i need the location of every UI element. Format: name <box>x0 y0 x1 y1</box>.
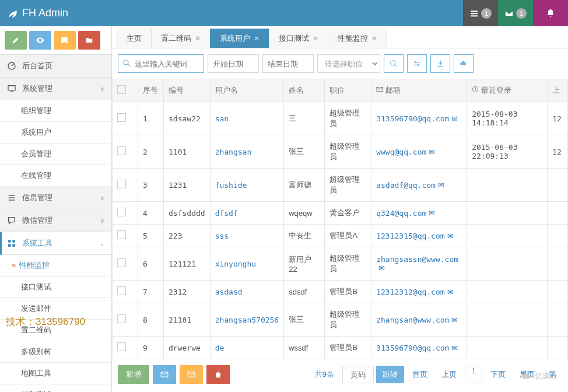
nav-item-list[interactable]: 信息管理 ∨ <box>0 187 111 209</box>
close-icon[interactable]: ✕ <box>371 34 377 43</box>
cell-login: 2015-08-03 14:18:14 <box>467 102 548 135</box>
sms-action-button[interactable] <box>180 365 203 384</box>
row-checkbox[interactable] <box>117 314 126 323</box>
pencil-icon <box>12 36 20 44</box>
next-page-button[interactable]: 下页 <box>485 366 511 383</box>
tasks-button[interactable]: 1 <box>463 0 498 26</box>
email-link[interactable]: zhangsan@www.com <box>376 316 449 324</box>
nav-item-dashboard[interactable]: 后台首页 <box>0 55 111 78</box>
col-idx: 序号 <box>138 79 164 102</box>
cell-last <box>548 303 568 337</box>
table-header: 序号 编号 用户名 姓名 职位 邮箱 最近登录 上 <box>113 79 568 102</box>
book-button[interactable] <box>54 31 76 50</box>
cloud-button[interactable] <box>454 54 474 73</box>
tab-label: 接口测试 <box>279 33 309 44</box>
email-link[interactable]: wwwq@qq.com <box>376 148 426 156</box>
nav-sub-item[interactable]: 打印测试 <box>0 384 111 392</box>
username-link[interactable]: de <box>215 344 225 352</box>
row-checkbox[interactable] <box>117 208 126 216</box>
page-input[interactable] <box>342 366 374 383</box>
mail-icon[interactable]: ✉ <box>429 148 435 156</box>
nav-sub-item[interactable]: 会员管理 <box>0 144 111 165</box>
nav-sub-item[interactable]: 接口测试 <box>0 276 111 298</box>
nav-sub-item[interactable]: 地图工具 <box>0 363 111 384</box>
nav-item-chat[interactable]: 微信管理 ∨ <box>0 209 111 232</box>
mail-icon[interactable]: ✉ <box>378 264 385 272</box>
nav-item-grid[interactable]: 系统工具 ⌄ <box>0 232 111 255</box>
tab-接口测试[interactable]: 接口测试✕ <box>269 29 328 48</box>
close-icon[interactable]: ✕ <box>313 34 318 43</box>
nav-sub-item[interactable]: 组织管理 <box>0 100 111 122</box>
role-select[interactable]: 请选择职位 <box>317 54 380 73</box>
col-role: 职位 <box>325 79 371 102</box>
brand: FH Admin <box>0 7 75 19</box>
nav-sub-item[interactable]: 在线管理 <box>0 165 111 187</box>
nav-sub-item[interactable]: 性能监控 <box>0 255 111 276</box>
cell-last <box>548 169 568 202</box>
search-button[interactable] <box>384 54 404 73</box>
cell-name: 三 <box>284 102 325 135</box>
view-button[interactable] <box>29 31 51 50</box>
close-icon[interactable]: ✕ <box>254 34 260 43</box>
mail-button[interactable]: 1 <box>498 0 533 26</box>
delete-button[interactable] <box>206 365 230 384</box>
cell-login: 2015-06-03 22:09:13 <box>467 135 548 169</box>
tab-label: 主页 <box>127 33 142 44</box>
mail-icon[interactable]: ✉ <box>447 288 454 296</box>
mail-icon[interactable]: ✉ <box>451 114 458 123</box>
username-link[interactable]: zhangsan <box>215 148 252 156</box>
bell-button[interactable] <box>533 0 568 26</box>
email-link[interactable]: 12312315@qq.com <box>376 232 444 240</box>
download-button[interactable] <box>430 54 450 73</box>
nav-item-monitor[interactable]: 系统管理 ∨ <box>0 78 111 100</box>
row-checkbox[interactable] <box>117 258 126 267</box>
username-link[interactable]: xinyonghu <box>215 260 256 268</box>
mail-action-button[interactable] <box>153 365 176 384</box>
prev-page-button[interactable]: 上页 <box>436 366 462 383</box>
email-link[interactable]: 12312312@qq.com <box>376 288 444 296</box>
row-checkbox[interactable] <box>117 180 126 188</box>
mail-icon[interactable]: ✉ <box>451 344 458 352</box>
cell-last <box>548 337 568 359</box>
email-link[interactable]: 313596790@qq.com <box>376 114 449 123</box>
username-link[interactable]: sss <box>215 232 229 240</box>
filter-button[interactable] <box>407 54 427 73</box>
row-checkbox[interactable] <box>117 342 126 351</box>
mail-icon[interactable]: ✉ <box>429 209 435 218</box>
nav-sub-item[interactable]: 系统用户 <box>0 122 111 144</box>
edit-button[interactable] <box>5 31 27 50</box>
end-date-input[interactable] <box>262 54 314 73</box>
username-link[interactable]: zhangsan570256 <box>215 316 279 324</box>
tab-主页[interactable]: 主页 <box>117 29 152 48</box>
email-link[interactable]: 313596790@qq.com <box>376 344 449 352</box>
search-input[interactable] <box>118 54 204 73</box>
username-link[interactable]: dfsdf <box>215 209 238 218</box>
email-link[interactable]: asdadf@qq.com <box>376 181 436 190</box>
email-link[interactable]: zhangsassn@www.com <box>376 255 458 264</box>
row-checkbox[interactable] <box>117 230 126 239</box>
start-date-input[interactable] <box>208 54 259 73</box>
cell-login <box>467 337 548 359</box>
close-icon[interactable]: ✕ <box>195 34 201 43</box>
mail-icon[interactable]: ✉ <box>438 181 444 190</box>
row-checkbox[interactable] <box>117 286 126 295</box>
mail-icon[interactable]: ✉ <box>451 316 458 324</box>
email-link[interactable]: q324@qq.com <box>376 209 426 218</box>
first-page-button[interactable]: 首页 <box>406 366 433 383</box>
username-link[interactable]: asdasd <box>215 288 243 296</box>
mail-icon[interactable]: ✉ <box>447 232 454 240</box>
jump-button[interactable]: 跳转 <box>376 366 404 383</box>
add-button[interactable]: 新增 <box>118 365 149 384</box>
folder-button[interactable] <box>78 31 100 50</box>
nav-sub-item[interactable]: 多级别树 <box>0 341 111 363</box>
table-row: 8 21101 zhangsan570256 张三 超级管理员 zhangsan… <box>113 303 568 337</box>
tab-置二维码[interactable]: 置二维码✕ <box>151 29 211 48</box>
username-link[interactable]: san <box>215 114 229 123</box>
select-all-checkbox[interactable] <box>117 85 126 94</box>
row-checkbox[interactable] <box>117 146 126 155</box>
cell-idx: 1 <box>138 102 164 135</box>
tab-性能监控[interactable]: 性能监控✕ <box>328 29 387 48</box>
tab-系统用户[interactable]: 系统用户✕ <box>210 29 269 48</box>
username-link[interactable]: fushide <box>215 181 247 190</box>
row-checkbox[interactable] <box>117 113 126 122</box>
